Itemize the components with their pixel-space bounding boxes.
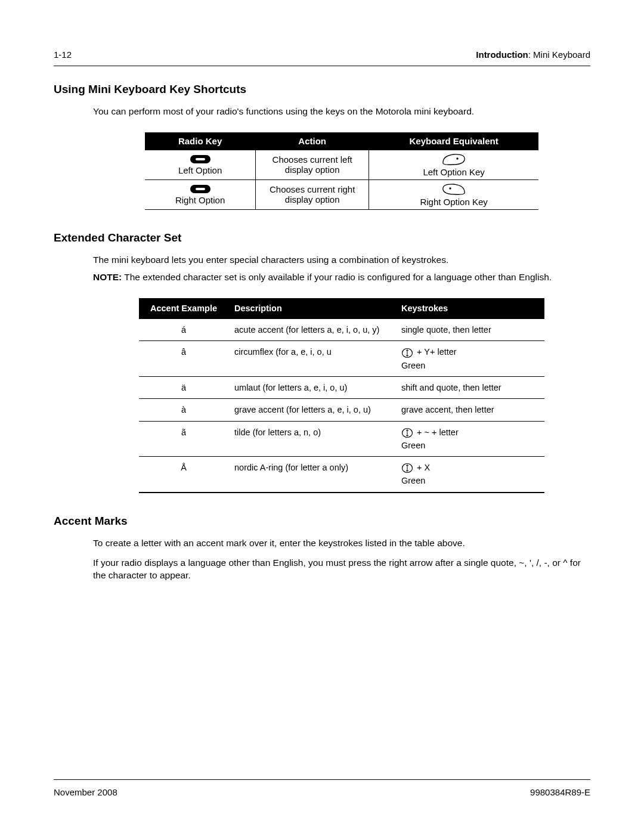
- action-text: Chooses current right display option: [256, 179, 369, 209]
- ks-text: single quote, then letter: [401, 325, 491, 335]
- right-key-icon: [441, 182, 467, 196]
- key-label: Left Option Key: [423, 167, 484, 177]
- ks-text: grave accent, then letter: [401, 405, 494, 414]
- ks-text: + X: [414, 463, 430, 472]
- accent-example: Å: [139, 457, 228, 493]
- page-footer: November 2008 9980384R89-E: [54, 779, 590, 797]
- accentmarks-p1: To create a letter with an accent mark o…: [93, 537, 590, 550]
- header-rule: [54, 66, 590, 66]
- green-key-icon: [401, 428, 413, 438]
- th-kbd-equiv: Keyboard Equivalent: [369, 132, 538, 150]
- svg-rect-4: [196, 188, 205, 190]
- accent-example: ä: [139, 376, 228, 398]
- accent-keystrokes: shift and quote, then letter: [395, 376, 544, 398]
- page-header: 1-12 Introduction: Mini Keyboard: [54, 49, 590, 60]
- ks-green: Green: [401, 439, 538, 451]
- table-row: Ånordic A-ring (for letter a only) + XGr…: [139, 457, 544, 493]
- table-row: âcircumflex (for a, e, i, o, u + Y+ lett…: [139, 341, 544, 377]
- accent-desc: grave accent (for letters a, e, i, o, u): [228, 399, 395, 421]
- accent-desc: circumflex (for a, e, i, o, u: [228, 341, 395, 377]
- table-row: àgrave accent (for letters a, e, i, o, u…: [139, 399, 544, 421]
- accent-example: â: [139, 341, 228, 377]
- table-row: áacute accent (for letters a, e, i, o, u…: [139, 319, 544, 341]
- shortcuts-intro: You can perform most of your radio's fun…: [93, 106, 590, 118]
- table-row: ãtilde (for letters a, n, o) + ~ + lette…: [139, 421, 544, 457]
- shortcuts-heading: Using Mini Keyboard Key Shortcuts: [54, 83, 590, 96]
- ks-green: Green: [401, 360, 538, 371]
- ks-text: shift and quote, then letter: [401, 383, 501, 392]
- radiokey-label: Right Option: [175, 195, 225, 205]
- key-label: Right Option Key: [420, 197, 487, 207]
- header-title: Introduction: Mini Keyboard: [476, 49, 590, 60]
- note: NOTE: The extended character set is only…: [93, 271, 590, 284]
- accentmarks-heading: Accent Marks: [54, 515, 590, 528]
- footer-date: November 2008: [54, 787, 117, 797]
- green-key-icon: [401, 463, 413, 473]
- note-body: The extended character set is only avail…: [124, 272, 552, 282]
- accent-example: ã: [139, 421, 228, 457]
- table-row: äumlaut (for letters a, e, i, o, u)shift…: [139, 376, 544, 398]
- accent-desc: umlaut (for letters a, e, i, o, u): [228, 376, 395, 398]
- accent-desc: nordic A-ring (for letter a only): [228, 457, 395, 493]
- th-keystrokes: Keystrokes: [395, 298, 544, 319]
- ks-green: Green: [401, 475, 538, 487]
- th-desc: Description: [228, 298, 395, 319]
- accent-keystrokes: single quote, then letter: [395, 319, 544, 341]
- accent-desc: acute accent (for letters a, e, i, o, u,…: [228, 319, 395, 341]
- ks-text: + Y+ letter: [414, 347, 457, 357]
- th-accent-ex: Accent Example: [139, 298, 228, 319]
- shortcuts-table: Radio Key Action Keyboard Equivalent Lef…: [145, 132, 538, 210]
- accent-example: à: [139, 399, 228, 421]
- footer-docnum: 9980384R89-E: [530, 787, 590, 797]
- button-icon: [188, 154, 212, 164]
- page-number: 1-12: [54, 49, 72, 60]
- table-row: Right Option Chooses current right displ…: [145, 179, 538, 209]
- header-chapter: Introduction: [476, 49, 528, 60]
- accent-table: Accent Example Description Keystrokes áa…: [139, 298, 544, 493]
- footer-rule: [54, 779, 590, 780]
- th-radio-key: Radio Key: [145, 132, 256, 150]
- accent-desc: tilde (for letters a, n, o): [228, 421, 395, 457]
- ext-heading: Extended Character Set: [54, 231, 590, 244]
- accent-keystrokes: + ~ + letterGreen: [395, 421, 544, 457]
- accentmarks-p2: If your radio displays a language other …: [93, 557, 590, 582]
- th-action: Action: [256, 132, 369, 150]
- accent-keystrokes: + XGreen: [395, 457, 544, 493]
- note-label: NOTE:: [93, 272, 122, 282]
- table-row: Left Option Chooses current left display…: [145, 150, 538, 179]
- svg-rect-1: [196, 158, 205, 160]
- header-section: : Mini Keyboard: [528, 49, 590, 60]
- button-icon: [188, 184, 212, 194]
- accent-example: á: [139, 319, 228, 341]
- left-key-icon: [441, 153, 467, 166]
- ext-intro: The mini keyboard lets you enter special…: [93, 254, 590, 267]
- accent-keystrokes: + Y+ letterGreen: [395, 341, 544, 377]
- svg-point-2: [456, 157, 458, 159]
- svg-point-5: [449, 187, 451, 189]
- green-key-icon: [401, 348, 413, 358]
- ks-text: + ~ + letter: [414, 428, 459, 437]
- accent-keystrokes: grave accent, then letter: [395, 399, 544, 421]
- action-text: Chooses current left display option: [256, 150, 369, 179]
- radiokey-label: Left Option: [178, 165, 222, 175]
